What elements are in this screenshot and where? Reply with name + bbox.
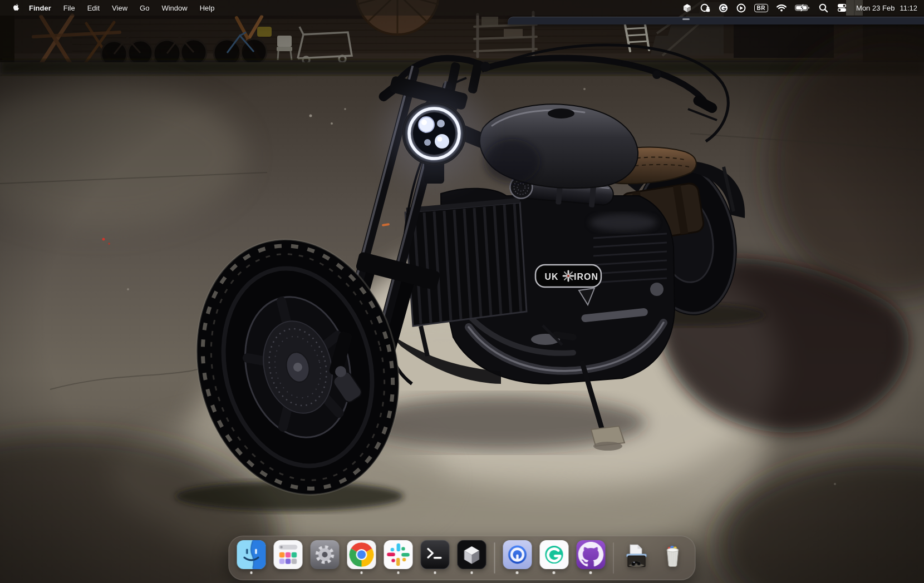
chrome-icon xyxy=(347,540,376,569)
dock-item-downloads-stack[interactable] xyxy=(622,540,651,574)
1password-icon xyxy=(503,540,532,569)
dock-item-system-settings[interactable] xyxy=(311,540,340,574)
control-center-icon[interactable] xyxy=(834,0,849,16)
menu-item-help[interactable]: Help xyxy=(194,0,221,16)
running-indicator xyxy=(470,571,473,574)
menubar-clock[interactable]: Mon 23 Feb 11:12 xyxy=(853,4,917,12)
input-source-badge: BR xyxy=(754,4,768,12)
menu-item-go[interactable]: Go xyxy=(134,0,155,16)
apps-launchpad-icon xyxy=(274,540,303,569)
running-indicator xyxy=(397,571,400,574)
trash-full-icon xyxy=(658,540,687,569)
menu-item-edit[interactable]: Edit xyxy=(81,0,106,16)
dock-separator xyxy=(613,542,614,574)
dock-item-cube-3d-app[interactable] xyxy=(458,540,486,574)
keyboard-input-source[interactable]: BR xyxy=(752,0,770,16)
grammarly-dock-icon xyxy=(539,540,568,569)
settings-gear-icon xyxy=(311,540,340,569)
running-indicator xyxy=(516,571,519,574)
menu-bar-left: Finder File Edit View Go Window Help xyxy=(0,0,220,16)
downloads-stack-icon xyxy=(622,540,651,569)
cube-3d-icon xyxy=(458,540,486,569)
dock-item-grammarly[interactable] xyxy=(539,540,568,574)
grammarly-menu-icon[interactable] xyxy=(716,0,730,16)
dock-item-apps[interactable] xyxy=(274,540,303,574)
menu-item-view[interactable]: View xyxy=(106,0,134,16)
dock-separator xyxy=(494,542,495,574)
desktop-wallpaper: UK IRON xyxy=(0,0,924,583)
dock-item-github-desktop[interactable] xyxy=(576,540,605,574)
menu-item-finder[interactable]: Finder xyxy=(23,0,57,16)
dock-item-trash[interactable] xyxy=(658,540,687,574)
github-octocat-icon xyxy=(576,540,605,569)
window-drag-handle xyxy=(682,18,690,20)
running-indicator xyxy=(360,571,363,574)
slack-icon xyxy=(384,540,413,569)
apple-logo-icon xyxy=(11,3,19,13)
running-indicator xyxy=(553,571,556,574)
terminal-icon xyxy=(421,540,450,569)
vignette xyxy=(0,0,924,583)
dock xyxy=(229,536,696,580)
background-window-edge[interactable] xyxy=(508,17,924,24)
spotlight-search-icon[interactable] xyxy=(817,0,830,16)
dock-item-slack[interactable] xyxy=(384,540,413,574)
menu-item-file[interactable]: File xyxy=(57,0,81,16)
menubar-time: 11:12 xyxy=(900,4,917,12)
privacy-lock-icon[interactable] xyxy=(698,0,712,16)
dock-item-finder[interactable] xyxy=(237,540,266,574)
apple-menu[interactable] xyxy=(8,0,23,16)
finder-icon xyxy=(237,540,266,569)
menu-bar: Finder File Edit View Go Window Help xyxy=(0,0,924,16)
menu-item-window[interactable]: Window xyxy=(155,0,193,16)
running-indicator xyxy=(434,571,436,574)
menu-bar-status: BR xyxy=(680,0,924,16)
wifi-icon[interactable] xyxy=(774,0,789,16)
dock-item-chrome[interactable] xyxy=(347,540,376,574)
running-indicator xyxy=(589,571,592,574)
play-circle-icon[interactable] xyxy=(734,0,748,16)
running-indicator xyxy=(250,571,253,574)
dock-item-1password[interactable] xyxy=(503,540,532,574)
dock-item-terminal[interactable] xyxy=(421,540,450,574)
cube-3d-menu-icon[interactable] xyxy=(680,0,694,16)
menubar-date: Mon 23 Feb xyxy=(856,4,894,12)
battery-charging-icon[interactable] xyxy=(793,0,813,16)
